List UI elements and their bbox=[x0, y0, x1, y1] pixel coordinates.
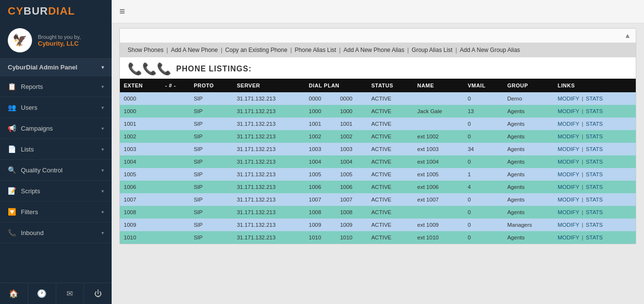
cell-proto: SIP bbox=[190, 143, 233, 155]
sidebar-item-filters[interactable]: 🔽 Filters ▾ bbox=[0, 202, 112, 222]
clock-button[interactable]: 🕐 bbox=[28, 283, 56, 304]
modify-link[interactable]: MODIFY bbox=[558, 134, 579, 139]
modify-link[interactable]: MODIFY bbox=[558, 96, 579, 101]
cell-server: 31.171.132.213 bbox=[233, 181, 305, 193]
modify-link[interactable]: MODIFY bbox=[558, 108, 579, 114]
sidebar-item-users[interactable]: 👥 Users ▾ bbox=[0, 97, 112, 118]
cell-status: ACTIVE bbox=[367, 143, 413, 155]
sidebar-item-inbound[interactable]: 📞 Inbound ▾ bbox=[0, 222, 112, 243]
chevron-icon: ▾ bbox=[101, 126, 104, 131]
nav-sep: | bbox=[221, 47, 222, 53]
stats-link[interactable]: STATS bbox=[586, 222, 603, 228]
cell-exten: 1008 bbox=[120, 206, 161, 219]
sidebar: CYBURDIAL 🦅 Brought to you by, Cyburity,… bbox=[0, 0, 112, 304]
cell-links: MODIFY | STATS bbox=[554, 105, 636, 118]
cell-dial-plan-b: 1010 bbox=[336, 231, 367, 244]
cell-vmail: 0 bbox=[464, 231, 504, 244]
cell-server: 31.171.132.213 bbox=[233, 143, 305, 155]
cell-dial-plan-a: 1009 bbox=[305, 219, 336, 231]
inbound-icon: 📞 bbox=[8, 229, 16, 236]
modify-link[interactable]: MODIFY bbox=[558, 146, 579, 152]
modify-link[interactable]: MODIFY bbox=[558, 184, 579, 190]
stats-link[interactable]: STATS bbox=[586, 159, 603, 165]
modify-link[interactable]: MODIFY bbox=[558, 159, 579, 165]
cell-vmail: 34 bbox=[464, 143, 504, 155]
cell-vmail: 0 bbox=[464, 92, 504, 105]
cell-vmail: 0 bbox=[464, 206, 504, 219]
col-dial-plan: DIAL PLAN bbox=[305, 79, 367, 92]
stats-link[interactable]: STATS bbox=[586, 108, 603, 114]
stats-link[interactable]: STATS bbox=[586, 197, 603, 203]
sidebar-item-quality-control[interactable]: 🔍 Quality Control ▾ bbox=[0, 160, 112, 181]
nav-sep: | bbox=[166, 47, 168, 53]
stats-link[interactable]: STATS bbox=[586, 184, 603, 190]
cell-vmail: 0 bbox=[464, 219, 504, 231]
cell-exten: 1001 bbox=[120, 118, 161, 130]
sidebar-item-scripts[interactable]: 📝 Scripts ▾ bbox=[0, 181, 112, 202]
cell-dial-plan-b: 1002 bbox=[336, 130, 367, 143]
nav-copy-phone[interactable]: Copy an Existing Phone bbox=[225, 47, 287, 53]
cell-proto: SIP bbox=[190, 181, 233, 193]
sidebar-item-campaigns[interactable]: 📢 Campaigns ▾ bbox=[0, 118, 112, 139]
sidebar-item-label: Lists bbox=[21, 146, 34, 153]
cell-vmail: 1 bbox=[464, 168, 504, 181]
cell-num bbox=[161, 92, 190, 105]
table-row: 1009 SIP 31.171.132.213 1009 1009 ACTIVE… bbox=[120, 219, 636, 231]
sidebar-item-lists[interactable]: 📄 Lists ▾ bbox=[0, 139, 112, 160]
stats-link[interactable]: STATS bbox=[586, 121, 603, 127]
sidebar-item-label: Filters bbox=[21, 208, 38, 216]
stats-link[interactable]: STATS bbox=[586, 209, 603, 215]
cell-num bbox=[161, 168, 190, 181]
table-row: 0000 SIP 31.171.132.213 0000 0000 ACTIVE… bbox=[120, 92, 636, 105]
stats-link[interactable]: STATS bbox=[586, 134, 603, 139]
power-button[interactable]: ⏻ bbox=[84, 283, 112, 304]
nav-add-group-alias[interactable]: Add A New Group Alias bbox=[460, 47, 520, 53]
cyburdial-logo: CYBURDIAL bbox=[0, 0, 112, 22]
col-name: NAME bbox=[413, 79, 464, 92]
modify-link[interactable]: MODIFY bbox=[558, 235, 579, 240]
col-links: LINKS bbox=[554, 79, 636, 92]
modify-link[interactable]: MODIFY bbox=[558, 197, 579, 203]
sidebar-item-reports[interactable]: 📋 Reports ▾ bbox=[0, 76, 112, 97]
stats-link[interactable]: STATS bbox=[586, 235, 603, 240]
hamburger-menu-button[interactable]: ≡ bbox=[119, 6, 125, 17]
col-vmail: VMAIL bbox=[464, 79, 504, 92]
stats-link[interactable]: STATS bbox=[586, 96, 603, 101]
table-row: 1004 SIP 31.171.132.213 1004 1004 ACTIVE… bbox=[120, 155, 636, 168]
nav-show-phones[interactable]: Show Phones bbox=[128, 47, 164, 53]
modify-link[interactable]: MODIFY bbox=[558, 209, 579, 215]
main-card: ▲ Show Phones | Add A New Phone | Copy a… bbox=[119, 28, 636, 244]
nav-add-phone-alias[interactable]: Add A New Phone Alias bbox=[344, 47, 404, 53]
cell-status: ACTIVE bbox=[367, 105, 413, 118]
mail-button[interactable]: ✉ bbox=[56, 283, 84, 304]
company-name: Cyburity, LLC bbox=[38, 40, 81, 47]
modify-link[interactable]: MODIFY bbox=[558, 171, 579, 177]
cell-server: 31.171.132.213 bbox=[233, 155, 305, 168]
nav-group-alias-list[interactable]: Group Alias List bbox=[412, 47, 452, 53]
cell-dial-plan-a: 0000 bbox=[305, 92, 336, 105]
modify-link[interactable]: MODIFY bbox=[558, 121, 579, 127]
cell-vmail: 0 bbox=[464, 193, 504, 206]
nav-phone-alias-list[interactable]: Phone Alias List bbox=[295, 47, 336, 53]
cell-dial-plan-a: 1007 bbox=[305, 193, 336, 206]
cell-name bbox=[413, 206, 464, 219]
stats-link[interactable]: STATS bbox=[586, 146, 603, 152]
home-button[interactable]: 🏠 bbox=[0, 283, 28, 304]
stats-link[interactable]: STATS bbox=[586, 171, 603, 177]
cell-server: 31.171.132.213 bbox=[233, 219, 305, 231]
cell-name bbox=[413, 92, 464, 105]
cell-num bbox=[161, 231, 190, 244]
cell-dial-plan-a: 1003 bbox=[305, 143, 336, 155]
cell-vmail: 13 bbox=[464, 105, 504, 118]
cell-proto: SIP bbox=[190, 130, 233, 143]
cell-name: ext 1009 bbox=[413, 219, 464, 231]
nav-add-phone[interactable]: Add A New Phone bbox=[171, 47, 218, 53]
cell-dial-plan-b: 1003 bbox=[336, 143, 367, 155]
modify-link[interactable]: MODIFY bbox=[558, 222, 579, 228]
cell-dial-plan-a: 1005 bbox=[305, 168, 336, 181]
cell-dial-plan-b: 1007 bbox=[336, 193, 367, 206]
collapse-button[interactable]: ▲ bbox=[624, 32, 631, 39]
cell-links: MODIFY | STATS bbox=[554, 181, 636, 193]
admin-panel-header[interactable]: CyburDial Admin Panel ▾ bbox=[0, 59, 112, 76]
cell-exten: 1004 bbox=[120, 155, 161, 168]
